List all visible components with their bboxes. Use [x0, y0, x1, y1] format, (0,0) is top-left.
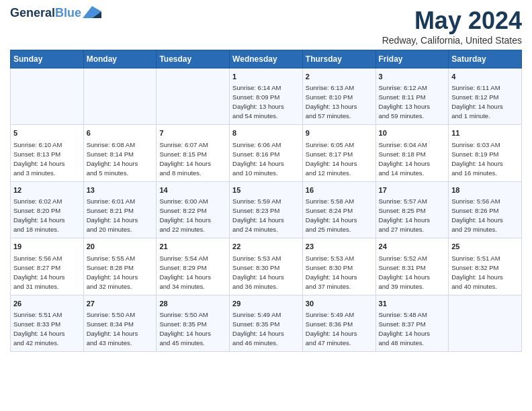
day-info: Sunrise: 5:53 AM Sunset: 8:30 PM Dayligh…	[232, 255, 284, 290]
day-info: Sunrise: 5:50 AM Sunset: 8:34 PM Dayligh…	[87, 311, 138, 347]
day-info: Sunrise: 6:01 AM Sunset: 8:21 PM Dayligh…	[87, 197, 138, 233]
day-number: 27	[87, 299, 154, 309]
day-number: 9	[306, 128, 373, 138]
day-cell: 23Sunrise: 5:53 AM Sunset: 8:30 PM Dayli…	[302, 238, 375, 295]
day-cell: 16Sunrise: 5:58 AM Sunset: 8:24 PM Dayli…	[302, 181, 375, 238]
day-cell: 5Sunrise: 6:10 AM Sunset: 8:13 PM Daylig…	[11, 125, 84, 181]
day-cell: 28Sunrise: 5:50 AM Sunset: 8:35 PM Dayli…	[157, 295, 230, 351]
day-info: Sunrise: 5:58 AM Sunset: 8:24 PM Dayligh…	[306, 197, 357, 233]
day-info: Sunrise: 6:03 AM Sunset: 8:19 PM Dayligh…	[451, 141, 503, 177]
header-cell-saturday: Saturday	[449, 50, 522, 68]
subtitle: Redway, California, United States	[382, 35, 522, 46]
day-number: 18	[451, 185, 519, 195]
day-info: Sunrise: 6:04 AM Sunset: 8:18 PM Dayligh…	[379, 141, 431, 177]
day-cell: 12Sunrise: 6:02 AM Sunset: 8:20 PM Dayli…	[11, 181, 84, 238]
day-info: Sunrise: 6:00 AM Sunset: 8:22 PM Dayligh…	[159, 197, 211, 233]
logo-text: GeneralBlue	[10, 7, 81, 20]
day-number: 13	[87, 185, 154, 195]
day-info: Sunrise: 5:57 AM Sunset: 8:25 PM Dayligh…	[379, 197, 431, 233]
day-info: Sunrise: 6:02 AM Sunset: 8:20 PM Dayligh…	[13, 197, 65, 233]
day-info: Sunrise: 6:08 AM Sunset: 8:14 PM Dayligh…	[87, 141, 138, 177]
day-number: 24	[379, 242, 446, 252]
day-number: 15	[232, 185, 300, 195]
day-cell: 3Sunrise: 6:12 AM Sunset: 8:11 PM Daylig…	[375, 68, 449, 125]
page-header: GeneralBlue May 2024 Redway, California,…	[10, 7, 522, 46]
week-row-5: 26Sunrise: 5:51 AM Sunset: 8:33 PM Dayli…	[11, 295, 522, 351]
header-row: SundayMondayTuesdayWednesdayThursdayFrid…	[11, 50, 522, 68]
day-info: Sunrise: 5:50 AM Sunset: 8:35 PM Dayligh…	[159, 311, 211, 347]
header-cell-tuesday: Tuesday	[157, 50, 230, 68]
day-number: 16	[306, 185, 373, 195]
main-title: May 2024	[382, 7, 522, 35]
day-cell	[157, 68, 230, 125]
day-cell: 2Sunrise: 6:13 AM Sunset: 8:10 PM Daylig…	[302, 68, 375, 125]
day-info: Sunrise: 5:52 AM Sunset: 8:31 PM Dayligh…	[379, 255, 431, 290]
week-row-4: 19Sunrise: 5:56 AM Sunset: 8:27 PM Dayli…	[11, 238, 522, 295]
day-cell: 24Sunrise: 5:52 AM Sunset: 8:31 PM Dayli…	[375, 238, 449, 295]
day-cell: 29Sunrise: 5:49 AM Sunset: 8:35 PM Dayli…	[230, 295, 303, 351]
day-number: 28	[159, 299, 226, 309]
day-number: 31	[379, 299, 446, 309]
day-cell: 4Sunrise: 6:11 AM Sunset: 8:12 PM Daylig…	[449, 68, 522, 125]
week-row-2: 5Sunrise: 6:10 AM Sunset: 8:13 PM Daylig…	[11, 125, 522, 181]
day-cell	[449, 295, 522, 351]
day-number: 19	[13, 242, 81, 252]
day-number: 3	[379, 72, 446, 82]
day-info: Sunrise: 5:53 AM Sunset: 8:30 PM Dayligh…	[306, 255, 357, 290]
day-number: 25	[451, 242, 519, 252]
day-number: 17	[379, 185, 446, 195]
day-info: Sunrise: 5:54 AM Sunset: 8:29 PM Dayligh…	[159, 255, 211, 290]
day-info: Sunrise: 6:13 AM Sunset: 8:10 PM Dayligh…	[306, 84, 357, 120]
day-cell: 1Sunrise: 6:14 AM Sunset: 8:09 PM Daylig…	[230, 68, 303, 125]
day-info: Sunrise: 5:56 AM Sunset: 8:26 PM Dayligh…	[451, 197, 503, 233]
day-number: 11	[451, 128, 519, 138]
day-cell: 19Sunrise: 5:56 AM Sunset: 8:27 PM Dayli…	[11, 238, 84, 295]
week-row-3: 12Sunrise: 6:02 AM Sunset: 8:20 PM Dayli…	[11, 181, 522, 238]
day-info: Sunrise: 6:10 AM Sunset: 8:13 PM Dayligh…	[13, 141, 65, 177]
day-info: Sunrise: 6:14 AM Sunset: 8:09 PM Dayligh…	[232, 84, 284, 120]
header-cell-sunday: Sunday	[11, 50, 84, 68]
day-cell: 7Sunrise: 6:07 AM Sunset: 8:15 PM Daylig…	[157, 125, 230, 181]
day-number: 12	[13, 185, 81, 195]
header-cell-thursday: Thursday	[302, 50, 375, 68]
day-info: Sunrise: 5:48 AM Sunset: 8:37 PM Dayligh…	[379, 311, 431, 347]
day-info: Sunrise: 6:05 AM Sunset: 8:17 PM Dayligh…	[306, 141, 357, 177]
day-cell: 13Sunrise: 6:01 AM Sunset: 8:21 PM Dayli…	[83, 181, 157, 238]
day-cell: 14Sunrise: 6:00 AM Sunset: 8:22 PM Dayli…	[157, 181, 230, 238]
day-cell: 22Sunrise: 5:53 AM Sunset: 8:30 PM Dayli…	[230, 238, 303, 295]
logo: GeneralBlue	[10, 7, 101, 20]
day-number: 21	[159, 242, 226, 252]
day-number: 30	[306, 299, 373, 309]
day-cell: 26Sunrise: 5:51 AM Sunset: 8:33 PM Dayli…	[11, 295, 84, 351]
logo-icon	[83, 6, 101, 18]
day-number: 2	[306, 72, 373, 82]
day-cell: 27Sunrise: 5:50 AM Sunset: 8:34 PM Dayli…	[83, 295, 157, 351]
day-number: 7	[159, 128, 226, 138]
day-cell: 9Sunrise: 6:05 AM Sunset: 8:17 PM Daylig…	[302, 125, 375, 181]
day-number: 26	[13, 299, 81, 309]
day-number: 10	[379, 128, 446, 138]
day-info: Sunrise: 5:49 AM Sunset: 8:36 PM Dayligh…	[306, 311, 357, 347]
day-info: Sunrise: 5:49 AM Sunset: 8:35 PM Dayligh…	[232, 311, 284, 347]
day-info: Sunrise: 5:56 AM Sunset: 8:27 PM Dayligh…	[13, 255, 65, 290]
day-number: 5	[13, 128, 81, 138]
day-info: Sunrise: 6:11 AM Sunset: 8:12 PM Dayligh…	[451, 84, 503, 120]
week-row-1: 1Sunrise: 6:14 AM Sunset: 8:09 PM Daylig…	[11, 68, 522, 125]
day-cell: 17Sunrise: 5:57 AM Sunset: 8:25 PM Dayli…	[375, 181, 449, 238]
day-cell: 11Sunrise: 6:03 AM Sunset: 8:19 PM Dayli…	[449, 125, 522, 181]
header-cell-friday: Friday	[375, 50, 449, 68]
day-number: 23	[306, 242, 373, 252]
day-info: Sunrise: 5:51 AM Sunset: 8:32 PM Dayligh…	[451, 255, 503, 290]
day-cell: 21Sunrise: 5:54 AM Sunset: 8:29 PM Dayli…	[157, 238, 230, 295]
day-number: 22	[232, 242, 300, 252]
day-cell	[11, 68, 84, 125]
header-cell-wednesday: Wednesday	[230, 50, 303, 68]
day-info: Sunrise: 5:59 AM Sunset: 8:23 PM Dayligh…	[232, 197, 284, 233]
day-number: 20	[87, 242, 154, 252]
title-block: May 2024 Redway, California, United Stat…	[382, 7, 522, 46]
day-number: 1	[232, 72, 300, 82]
day-cell: 18Sunrise: 5:56 AM Sunset: 8:26 PM Dayli…	[449, 181, 522, 238]
calendar-table: SundayMondayTuesdayWednesdayThursdayFrid…	[10, 50, 522, 352]
day-cell: 10Sunrise: 6:04 AM Sunset: 8:18 PM Dayli…	[375, 125, 449, 181]
day-number: 29	[232, 299, 300, 309]
